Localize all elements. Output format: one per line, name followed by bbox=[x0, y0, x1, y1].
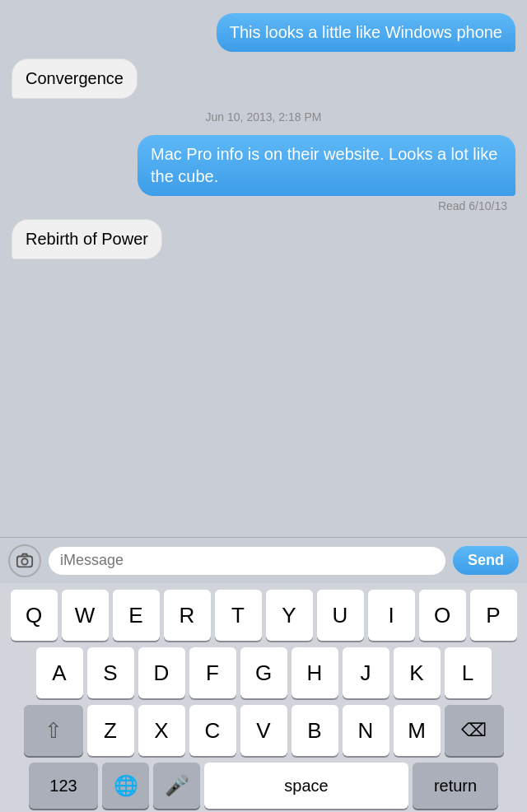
delete-icon: ⌫ bbox=[461, 720, 487, 741]
message-row-received-1: Convergence bbox=[12, 58, 515, 99]
bubble-text: Mac Pro info is on their website. Looks … bbox=[151, 145, 497, 185]
key-p[interactable]: P bbox=[470, 590, 517, 641]
key-n[interactable]: N bbox=[343, 705, 389, 756]
keyboard-row-3: ⇧ Z X C V B N M ⌫ bbox=[2, 705, 525, 756]
shift-icon: ⇧ bbox=[44, 718, 63, 744]
key-c[interactable]: C bbox=[189, 705, 236, 756]
keyboard-row-bottom: 123 🌐 🎤 space return bbox=[2, 763, 525, 809]
message-input[interactable] bbox=[48, 546, 446, 576]
bubble-sent-2: Mac Pro info is on their website. Looks … bbox=[138, 135, 515, 196]
key-m[interactable]: M bbox=[394, 705, 441, 756]
key-u[interactable]: U bbox=[317, 590, 364, 641]
numbers-key[interactable]: 123 bbox=[29, 763, 98, 809]
key-v[interactable]: V bbox=[240, 705, 287, 756]
key-r[interactable]: R bbox=[164, 590, 211, 641]
svg-point-1 bbox=[21, 558, 27, 564]
input-bar: Send bbox=[0, 537, 527, 583]
shift-key[interactable]: ⇧ bbox=[24, 705, 83, 756]
message-row-sent-2: Mac Pro info is on their website. Looks … bbox=[12, 135, 515, 196]
key-y[interactable]: Y bbox=[266, 590, 313, 641]
message-row-sent-1: This looks a little like Windows phone bbox=[12, 13, 515, 52]
key-f[interactable]: F bbox=[189, 647, 236, 698]
read-receipt: Read 6/10/13 bbox=[12, 199, 515, 212]
message-row-received-2: Rebirth of Power bbox=[12, 219, 515, 259]
key-x[interactable]: X bbox=[138, 705, 185, 756]
space-key[interactable]: space bbox=[204, 763, 408, 809]
bubble-sent-1: This looks a little like Windows phone bbox=[217, 13, 515, 52]
mic-icon: 🎤 bbox=[165, 774, 189, 797]
key-s[interactable]: S bbox=[87, 647, 134, 698]
keyboard: Q W E R T Y U I O P A S D F G H J K L ⇧ … bbox=[0, 583, 527, 812]
key-d[interactable]: D bbox=[138, 647, 185, 698]
return-key[interactable]: return bbox=[413, 763, 498, 809]
key-j[interactable]: J bbox=[343, 647, 389, 698]
keyboard-row-1: Q W E R T Y U I O P bbox=[2, 590, 525, 641]
key-t[interactable]: T bbox=[215, 590, 262, 641]
bubble-received-1: Convergence bbox=[12, 58, 138, 99]
key-l[interactable]: L bbox=[445, 647, 492, 698]
key-b[interactable]: B bbox=[291, 705, 338, 756]
message-area: This looks a little like Windows phone C… bbox=[0, 0, 527, 537]
bubble-text: This looks a little like Windows phone bbox=[230, 23, 502, 41]
send-button[interactable]: Send bbox=[453, 546, 519, 575]
key-z[interactable]: Z bbox=[87, 705, 134, 756]
key-o[interactable]: O bbox=[419, 590, 466, 641]
globe-key[interactable]: 🌐 bbox=[102, 763, 149, 809]
key-g[interactable]: G bbox=[240, 647, 287, 698]
keyboard-row-2: A S D F G H J K L bbox=[2, 647, 525, 698]
bubble-received-2: Rebirth of Power bbox=[12, 219, 162, 259]
delete-key[interactable]: ⌫ bbox=[445, 705, 504, 756]
camera-button[interactable] bbox=[8, 544, 41, 577]
key-a[interactable]: A bbox=[36, 647, 83, 698]
bubble-text: Rebirth of Power bbox=[26, 230, 148, 248]
key-k[interactable]: K bbox=[394, 647, 441, 698]
globe-icon: 🌐 bbox=[114, 774, 138, 797]
mic-key[interactable]: 🎤 bbox=[153, 763, 200, 809]
bubble-text: Convergence bbox=[26, 69, 124, 87]
key-q[interactable]: Q bbox=[11, 590, 58, 641]
timestamp: Jun 10, 2013, 2:18 PM bbox=[12, 110, 515, 124]
camera-icon bbox=[16, 552, 34, 570]
key-e[interactable]: E bbox=[113, 590, 160, 641]
key-i[interactable]: I bbox=[368, 590, 415, 641]
key-h[interactable]: H bbox=[291, 647, 338, 698]
key-w[interactable]: W bbox=[62, 590, 109, 641]
